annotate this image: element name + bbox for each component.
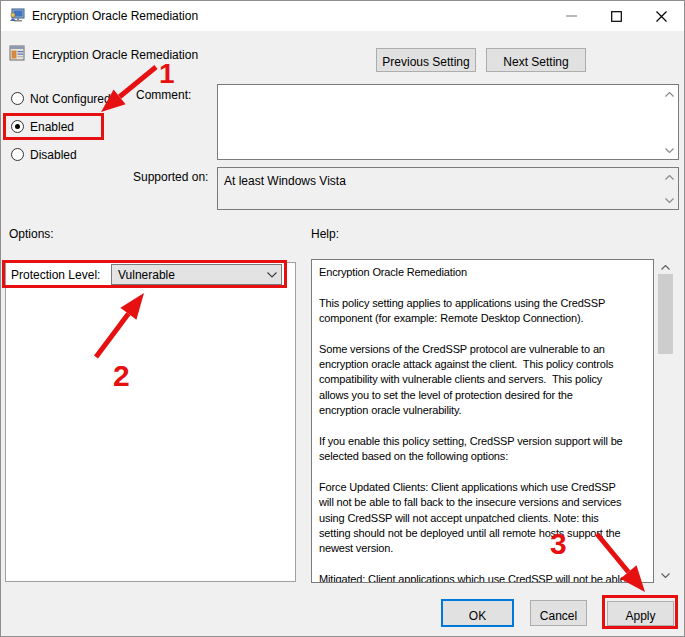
scroll-up-icon[interactable] — [662, 171, 676, 183]
comment-textarea[interactable] — [217, 84, 679, 160]
protection-level-value: Vulnerable — [112, 268, 263, 282]
policy-dialog-window: Encryption Oracle Remediation Encryption… — [0, 0, 685, 637]
apply-button[interactable]: Apply — [607, 601, 674, 626]
scroll-down-icon[interactable] — [657, 567, 674, 583]
radio-label: Enabled — [30, 120, 74, 134]
help-text: Encryption Oracle Remediation This polic… — [319, 265, 653, 583]
options-section-label: Options: — [9, 227, 54, 241]
radio-label: Not Configured — [30, 92, 111, 106]
window-title: Encryption Oracle Remediation — [32, 9, 198, 23]
radio-not-configured[interactable]: Not Configured — [11, 91, 111, 106]
chevron-down-icon — [263, 272, 281, 278]
scrollbar-thumb[interactable] — [658, 274, 673, 354]
scroll-up-icon[interactable] — [662, 88, 676, 100]
scroll-up-icon[interactable] — [657, 259, 674, 275]
cancel-button[interactable]: Cancel — [530, 600, 587, 626]
protection-level-dropdown[interactable]: Vulnerable — [111, 264, 282, 285]
policy-setting-icon — [9, 45, 25, 61]
radio-disabled[interactable]: Disabled — [11, 147, 77, 162]
supported-on-value: At least Windows Vista — [224, 174, 346, 188]
policy-title: Encryption Oracle Remediation — [32, 48, 198, 62]
minimize-button[interactable] — [549, 1, 594, 31]
group-policy-app-icon — [9, 8, 25, 24]
help-section-label: Help: — [311, 227, 339, 241]
title-bar[interactable]: Encryption Oracle Remediation — [1, 1, 684, 31]
annotation-step-1: 1 — [159, 58, 175, 90]
ok-button[interactable]: OK — [441, 599, 514, 627]
help-panel[interactable]: Encryption Oracle Remediation This polic… — [311, 259, 654, 583]
radio-selected-icon[interactable] — [11, 120, 24, 133]
comment-label: Comment: — [136, 88, 191, 102]
close-button[interactable] — [639, 1, 684, 31]
radio-icon[interactable] — [11, 92, 24, 105]
scroll-down-icon[interactable] — [662, 144, 676, 156]
next-setting-button[interactable]: Next Setting — [486, 48, 586, 72]
previous-setting-button[interactable]: Previous Setting — [376, 48, 476, 72]
protection-level-label: Protection Level: — [11, 268, 100, 282]
options-panel — [5, 262, 296, 582]
maximize-button[interactable] — [594, 1, 639, 31]
supported-on-box: At least Windows Vista — [217, 167, 679, 210]
radio-enabled[interactable]: Enabled — [11, 119, 74, 134]
radio-label: Disabled — [30, 148, 77, 162]
scroll-down-icon[interactable] — [662, 194, 676, 206]
help-scrollbar[interactable] — [657, 259, 674, 583]
radio-icon[interactable] — [11, 148, 24, 161]
supported-on-label: Supported on: — [133, 170, 208, 184]
